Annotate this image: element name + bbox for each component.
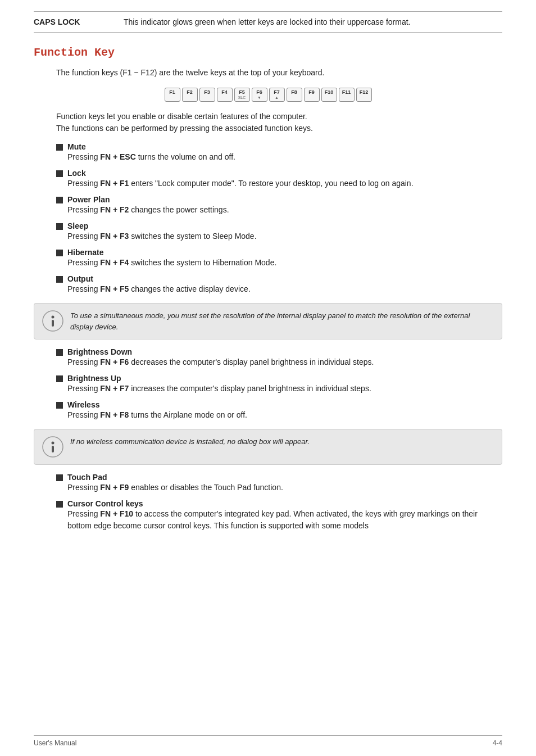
key-cap-f9: F9 [304,88,320,102]
key-cap-f12: F12 [356,88,372,102]
footer-left: User's Manual [34,739,76,747]
item-desc: Pressing FN + F1 enters "Lock computer m… [67,178,502,189]
list-bullet [56,375,67,384]
info-icon-1 [42,310,63,332]
caps-lock-label: CAPS LOCK [34,17,124,26]
item-desc: Pressing FN + F6 decreases the computer'… [67,356,502,368]
key-cap-f10: F10 [321,88,337,102]
list-item: Brightness DownPressing FN + F6 decrease… [56,347,502,368]
list-bullet [56,170,67,179]
keyboard-row: F1F2F3F4F5SLCF6▼F7▲F8F9F10F11F12 [34,88,502,102]
item-desc: Pressing FN + F8 turns the Airplane mode… [67,409,502,421]
list-bullet [56,249,67,258]
item-title: Cursor Control keys [67,499,502,508]
list-item: HibernatePressing FN + F4 switches the s… [56,248,502,269]
item-list-2: Brightness DownPressing FN + F6 decrease… [56,347,502,421]
page-footer: User's Manual 4-4 [34,735,502,747]
item-desc: Pressing FN + F2 changes the power setti… [67,204,502,216]
item-title: Touch Pad [67,473,502,482]
item-desc: Pressing FN + F3 switches the system to … [67,230,502,242]
key-cap-f11: F11 [339,88,355,102]
list-bullet [56,500,67,509]
svg-rect-5 [52,446,54,452]
list-bullet [56,474,67,483]
svg-rect-2 [52,320,54,327]
caps-lock-description: This indicator glows green when letter k… [124,17,502,26]
svg-point-1 [52,316,54,319]
key-cap-f1: F1 [165,88,180,102]
item-list-3: Touch PadPressing FN + F9 enables or dis… [56,473,502,532]
list-item: SleepPressing FN + F3 switches the syste… [56,221,502,242]
item-desc: Pressing FN + ESC turns the volume on an… [67,151,502,163]
list-bullet [56,401,67,410]
info-box-2-text: If no wireless communication device is i… [70,436,310,447]
item-title: Brightness Down [67,347,502,356]
section-intro: The function keys (F1 ~ F12) are the twe… [56,67,502,79]
list-bullet [56,143,67,152]
key-cap-f6: F6▼ [252,88,267,102]
item-title: Hibernate [67,248,502,257]
item-title: Wireless [67,400,502,409]
list-item: Power PlanPressing FN + F2 changes the p… [56,195,502,216]
item-title: Sleep [67,221,502,230]
item-desc: Pressing FN + F7 increases the computer'… [67,383,502,395]
item-title: Mute [67,142,502,151]
key-cap-f8: F8 [287,88,302,102]
info-icon-2 [42,436,63,458]
list-item: Touch PadPressing FN + F9 enables or dis… [56,473,502,494]
list-item: WirelessPressing FN + F8 turns the Airpl… [56,400,502,421]
item-list-1: MutePressing FN + ESC turns the volume o… [56,142,502,295]
caps-lock-row: CAPS LOCK This indicator glows green whe… [34,11,502,33]
info-box-1-text: To use a simultaneous mode, you must set… [70,310,494,332]
footer-right: 4-4 [493,739,502,747]
item-desc: Pressing FN + F5 changes the active disp… [67,283,502,295]
item-desc: Pressing FN + F4 switches the system to … [67,257,502,269]
item-title: Output [67,274,502,283]
key-cap-f4: F4 [217,88,233,102]
list-bullet [56,196,67,205]
item-desc: Pressing FN + F10 to access the computer… [67,508,502,532]
info-box-1: To use a simultaneous mode, you must set… [34,303,502,339]
key-cap-f3: F3 [199,88,215,102]
list-bullet [56,348,67,357]
list-bullet [56,223,67,232]
key-cap-f7: F7▲ [269,88,285,102]
key-cap-f5: F5SLC [234,88,250,102]
item-desc: Pressing FN + F9 enables or disables the… [67,482,502,494]
list-item: Brightness UpPressing FN + F7 increases … [56,374,502,395]
list-item: MutePressing FN + ESC turns the volume o… [56,142,502,163]
list-bullet [56,275,67,284]
svg-point-4 [52,442,54,445]
list-item: LockPressing FN + F1 enters "Lock comput… [56,169,502,189]
item-title: Power Plan [67,195,502,204]
item-title: Brightness Up [67,374,502,383]
section-heading: Function Key [34,46,502,59]
item-title: Lock [67,169,502,178]
function-text: Function keys let you enable or disable … [56,111,502,134]
list-item: Cursor Control keysPressing FN + F10 to … [56,499,502,532]
list-item: OutputPressing FN + F5 changes the activ… [56,274,502,295]
key-cap-f2: F2 [182,88,198,102]
info-box-2: If no wireless communication device is i… [34,429,502,465]
